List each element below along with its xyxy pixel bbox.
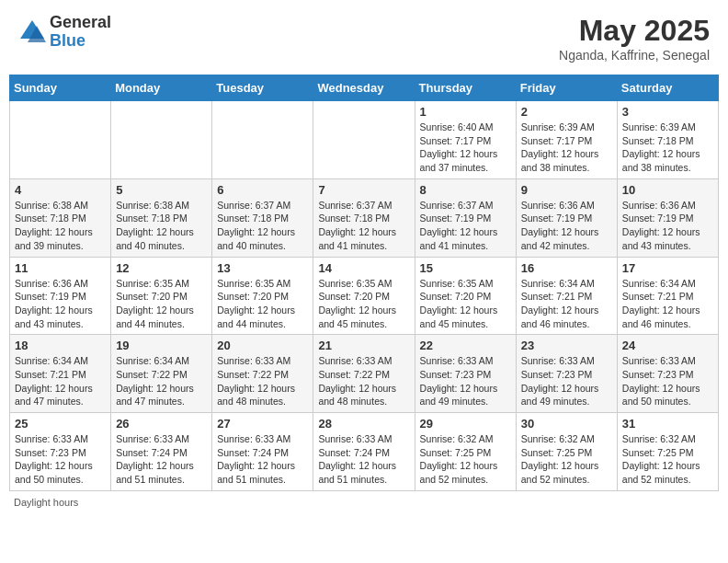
day-number: 16	[521, 261, 612, 275]
calendar-week-row: 1Sunrise: 6:40 AM Sunset: 7:17 PM Daylig…	[10, 101, 719, 179]
day-number: 7	[318, 183, 409, 197]
day-info: Sunrise: 6:33 AM Sunset: 7:23 PM Dayligh…	[420, 354, 511, 408]
calendar-day-cell: 25Sunrise: 6:33 AM Sunset: 7:23 PM Dayli…	[10, 413, 111, 491]
logo-blue-text: Blue	[50, 32, 111, 51]
day-number: 23	[521, 339, 612, 352]
page-header: General Blue May 2025 Nganda, Kaffrine, …	[9, 9, 719, 67]
location-text: Nganda, Kaffrine, Senegal	[559, 48, 710, 63]
calendar-day-cell: 23Sunrise: 6:33 AM Sunset: 7:23 PM Dayli…	[516, 335, 617, 413]
calendar-day-cell	[313, 101, 415, 179]
day-number: 3	[622, 105, 713, 119]
calendar-day-cell: 15Sunrise: 6:35 AM Sunset: 7:20 PM Dayli…	[415, 257, 516, 335]
day-info: Sunrise: 6:34 AM Sunset: 7:21 PM Dayligh…	[521, 277, 612, 331]
calendar-day-cell: 4Sunrise: 6:38 AM Sunset: 7:18 PM Daylig…	[10, 178, 111, 257]
day-info: Sunrise: 6:33 AM Sunset: 7:22 PM Dayligh…	[318, 354, 409, 408]
day-info: Sunrise: 6:39 AM Sunset: 7:18 PM Dayligh…	[622, 121, 713, 175]
calendar-day-cell: 29Sunrise: 6:32 AM Sunset: 7:25 PM Dayli…	[415, 413, 516, 491]
day-info: Sunrise: 6:33 AM Sunset: 7:24 PM Dayligh…	[318, 432, 409, 487]
day-info: Sunrise: 6:34 AM Sunset: 7:22 PM Dayligh…	[116, 354, 207, 408]
day-info: Sunrise: 6:36 AM Sunset: 7:19 PM Dayligh…	[15, 277, 106, 331]
day-info: Sunrise: 6:37 AM Sunset: 7:18 PM Dayligh…	[318, 199, 409, 253]
calendar-day-header: Saturday	[617, 75, 718, 101]
day-info: Sunrise: 6:33 AM Sunset: 7:23 PM Dayligh…	[521, 354, 612, 408]
calendar-day-cell	[212, 101, 313, 179]
day-number: 15	[420, 261, 511, 275]
day-number: 14	[318, 261, 409, 275]
day-number: 12	[116, 261, 207, 275]
calendar-day-header: Sunday	[10, 75, 111, 101]
calendar-day-cell: 2Sunrise: 6:39 AM Sunset: 7:17 PM Daylig…	[516, 101, 617, 179]
calendar-day-cell: 19Sunrise: 6:34 AM Sunset: 7:22 PM Dayli…	[111, 335, 212, 413]
calendar-day-cell: 10Sunrise: 6:36 AM Sunset: 7:19 PM Dayli…	[617, 178, 718, 257]
day-info: Sunrise: 6:33 AM Sunset: 7:24 PM Dayligh…	[116, 432, 207, 487]
calendar-day-header: Thursday	[415, 75, 516, 101]
calendar-week-row: 11Sunrise: 6:36 AM Sunset: 7:19 PM Dayli…	[10, 257, 719, 335]
calendar-day-cell: 6Sunrise: 6:37 AM Sunset: 7:18 PM Daylig…	[212, 178, 313, 257]
day-info: Sunrise: 6:36 AM Sunset: 7:19 PM Dayligh…	[622, 199, 713, 253]
calendar-day-cell: 31Sunrise: 6:32 AM Sunset: 7:25 PM Dayli…	[617, 413, 718, 491]
day-info: Sunrise: 6:35 AM Sunset: 7:20 PM Dayligh…	[420, 277, 511, 331]
calendar-day-header: Wednesday	[313, 75, 415, 101]
calendar-day-header: Friday	[516, 75, 617, 101]
day-number: 4	[15, 183, 106, 197]
day-number: 21	[318, 339, 409, 352]
day-info: Sunrise: 6:33 AM Sunset: 7:23 PM Dayligh…	[622, 354, 713, 408]
calendar-day-cell: 30Sunrise: 6:32 AM Sunset: 7:25 PM Dayli…	[516, 413, 617, 491]
day-number: 17	[622, 261, 713, 275]
calendar-day-cell: 8Sunrise: 6:37 AM Sunset: 7:19 PM Daylig…	[415, 178, 516, 257]
calendar-day-cell: 5Sunrise: 6:38 AM Sunset: 7:18 PM Daylig…	[111, 178, 212, 257]
calendar-day-cell: 20Sunrise: 6:33 AM Sunset: 7:22 PM Dayli…	[212, 335, 313, 413]
day-number: 31	[622, 417, 713, 431]
day-number: 25	[15, 417, 106, 431]
day-info: Sunrise: 6:38 AM Sunset: 7:18 PM Dayligh…	[15, 199, 106, 253]
calendar-day-cell	[10, 101, 111, 179]
day-number: 29	[420, 417, 511, 431]
calendar-day-cell: 17Sunrise: 6:34 AM Sunset: 7:21 PM Dayli…	[617, 257, 718, 335]
day-number: 24	[622, 339, 713, 352]
day-info: Sunrise: 6:35 AM Sunset: 7:20 PM Dayligh…	[318, 277, 409, 331]
calendar-day-cell: 22Sunrise: 6:33 AM Sunset: 7:23 PM Dayli…	[415, 335, 516, 413]
day-info: Sunrise: 6:35 AM Sunset: 7:20 PM Dayligh…	[116, 277, 207, 331]
calendar-header-row: SundayMondayTuesdayWednesdayThursdayFrid…	[10, 75, 719, 101]
day-number: 1	[420, 105, 511, 119]
calendar-day-header: Tuesday	[212, 75, 313, 101]
day-number: 2	[521, 105, 612, 119]
day-number: 27	[217, 417, 308, 431]
day-number: 10	[622, 183, 713, 197]
calendar-day-cell: 14Sunrise: 6:35 AM Sunset: 7:20 PM Dayli…	[313, 257, 415, 335]
calendar-day-cell: 9Sunrise: 6:36 AM Sunset: 7:19 PM Daylig…	[516, 178, 617, 257]
calendar-day-cell: 21Sunrise: 6:33 AM Sunset: 7:22 PM Dayli…	[313, 335, 415, 413]
calendar-day-cell	[111, 101, 212, 179]
calendar-day-cell: 27Sunrise: 6:33 AM Sunset: 7:24 PM Dayli…	[212, 413, 313, 491]
calendar-day-cell: 12Sunrise: 6:35 AM Sunset: 7:20 PM Dayli…	[111, 257, 212, 335]
calendar-day-header: Monday	[111, 75, 212, 101]
day-info: Sunrise: 6:32 AM Sunset: 7:25 PM Dayligh…	[420, 432, 511, 487]
day-number: 11	[15, 261, 106, 275]
calendar-day-cell: 18Sunrise: 6:34 AM Sunset: 7:21 PM Dayli…	[10, 335, 111, 413]
day-number: 30	[521, 417, 612, 431]
day-number: 20	[217, 339, 308, 352]
calendar-day-cell: 13Sunrise: 6:35 AM Sunset: 7:20 PM Dayli…	[212, 257, 313, 335]
day-info: Sunrise: 6:34 AM Sunset: 7:21 PM Dayligh…	[15, 354, 106, 408]
logo: General Blue	[18, 14, 111, 51]
calendar-day-cell: 26Sunrise: 6:33 AM Sunset: 7:24 PM Dayli…	[111, 413, 212, 491]
day-number: 28	[318, 417, 409, 431]
logo-icon	[18, 18, 46, 46]
day-number: 18	[15, 339, 106, 352]
calendar-week-row: 18Sunrise: 6:34 AM Sunset: 7:21 PM Dayli…	[10, 335, 719, 413]
day-number: 19	[116, 339, 207, 352]
calendar-week-row: 25Sunrise: 6:33 AM Sunset: 7:23 PM Dayli…	[10, 413, 719, 491]
calendar-table: SundayMondayTuesdayWednesdayThursdayFrid…	[9, 75, 719, 491]
day-number: 6	[217, 183, 308, 197]
day-number: 26	[116, 417, 207, 431]
day-info: Sunrise: 6:33 AM Sunset: 7:22 PM Dayligh…	[217, 354, 308, 408]
day-number: 5	[116, 183, 207, 197]
calendar-day-cell: 28Sunrise: 6:33 AM Sunset: 7:24 PM Dayli…	[313, 413, 415, 491]
day-info: Sunrise: 6:37 AM Sunset: 7:18 PM Dayligh…	[217, 199, 308, 253]
day-info: Sunrise: 6:32 AM Sunset: 7:25 PM Dayligh…	[521, 432, 612, 487]
day-info: Sunrise: 6:37 AM Sunset: 7:19 PM Dayligh…	[420, 199, 511, 253]
calendar-day-cell: 11Sunrise: 6:36 AM Sunset: 7:19 PM Dayli…	[10, 257, 111, 335]
calendar-day-cell: 24Sunrise: 6:33 AM Sunset: 7:23 PM Dayli…	[617, 335, 718, 413]
month-year-title: May 2025	[559, 14, 710, 48]
day-info: Sunrise: 6:39 AM Sunset: 7:17 PM Dayligh…	[521, 121, 612, 175]
